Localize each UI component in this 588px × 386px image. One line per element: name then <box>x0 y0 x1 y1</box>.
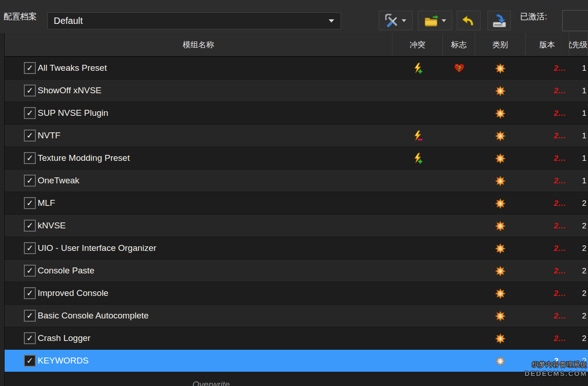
mod-version: 2… <box>526 327 566 350</box>
check-icon: ✓ <box>26 357 33 365</box>
check-icon: ✓ <box>26 244 33 252</box>
mod-name-label: Crash Logger <box>38 327 90 350</box>
mod-enabled-checkbox[interactable]: ✓ <box>24 85 36 96</box>
flag-cell <box>443 79 475 102</box>
profile-label: 配置档案 <box>4 0 37 33</box>
mod-row[interactable]: ✓UIO - User Interface Organizer2…2 <box>5 237 588 260</box>
column-header-conflicts[interactable]: 冲突 <box>392 33 443 56</box>
check-icon: ✓ <box>26 267 33 275</box>
column-header-category[interactable]: 类别 <box>475 33 526 56</box>
undo-button[interactable] <box>457 11 481 30</box>
overwrite-row[interactable]: Overwrite <box>5 373 588 386</box>
mod-version: 2… <box>526 57 566 79</box>
mod-name-label: Texture Modding Preset <box>38 147 130 170</box>
category-cell <box>475 170 526 192</box>
mod-row[interactable]: ✓Improved Console2…2 <box>5 282 588 305</box>
mod-version: 2… <box>526 79 566 102</box>
mod-row[interactable]: ✓KEYWORDS2…2 <box>5 350 588 372</box>
profile-select[interactable]: Default <box>47 12 341 29</box>
mod-name-label: Improved Console <box>38 282 108 305</box>
conflict-cell <box>392 125 443 147</box>
tools-button[interactable] <box>379 11 413 30</box>
mod-row[interactable]: ✓kNVSE2…2 <box>5 215 588 237</box>
mod-row[interactable]: ✓OneTweak2…1 <box>5 170 588 192</box>
update-available-icon <box>495 153 506 164</box>
mod-version: 2… <box>526 282 566 305</box>
mod-row[interactable]: ✓ShowOff xNVSE2…1 <box>5 79 588 102</box>
update-available-icon <box>495 176 506 187</box>
flag-cell <box>443 282 475 305</box>
flag-cell <box>443 215 475 237</box>
mod-version: 2… <box>526 102 566 125</box>
update-available-icon <box>495 85 506 96</box>
category-cell <box>475 350 526 372</box>
mod-enabled-checkbox[interactable]: ✓ <box>24 355 36 367</box>
mod-enabled-checkbox[interactable]: ✓ <box>24 332 36 344</box>
column-header-flags[interactable]: 标志 <box>443 33 475 56</box>
mod-enabled-checkbox[interactable]: ✓ <box>24 242 36 254</box>
mod-enabled-checkbox[interactable]: ✓ <box>24 152 36 164</box>
mod-row[interactable]: ✓Texture Modding Preset2…1 <box>5 147 588 170</box>
conflict-cell <box>392 192 443 215</box>
mod-name-label: Console Paste <box>38 260 95 282</box>
conflict-cell <box>392 170 443 192</box>
open-folder-button[interactable] <box>418 11 452 30</box>
mod-enabled-checkbox[interactable]: ✓ <box>24 197 36 209</box>
conflict-cell <box>392 215 443 237</box>
flag-cell <box>443 305 475 327</box>
mod-priority: 2 <box>582 215 588 237</box>
conflict-overwrite-icon <box>413 62 423 74</box>
category-cell <box>475 79 526 102</box>
undo-arrow-icon <box>461 13 476 28</box>
mod-row[interactable]: ✓NVTF2…1 <box>5 125 588 147</box>
mod-enabled-checkbox[interactable]: ✓ <box>24 287 36 299</box>
mod-enabled-checkbox[interactable]: ✓ <box>24 310 36 322</box>
mod-name-label: MLF <box>38 192 55 215</box>
flag-cell <box>443 125 475 147</box>
mod-version: 2… <box>526 260 566 282</box>
mod-priority: 2 <box>582 260 588 282</box>
category-cell <box>475 147 526 170</box>
mod-enabled-checkbox[interactable]: ✓ <box>24 62 36 74</box>
modlist-header: 模组名称 冲突 标志 类别 版本 优先级 <box>5 33 588 57</box>
flag-cell <box>443 327 475 350</box>
mod-name-label: UIO - User Interface Organizer <box>38 237 157 260</box>
category-cell <box>475 237 526 260</box>
watermark: 织梦内容管理系统 DEDECMS.COM <box>525 360 587 378</box>
mod-priority: 1 <box>582 125 588 147</box>
mod-row[interactable]: ✓All Tweaks Preset?2…1 <box>5 57 588 79</box>
mod-row[interactable]: ✓Crash Logger2…2 <box>5 327 588 350</box>
mod-row[interactable]: ✓SUP NVSE Plugin2…1 <box>5 102 588 125</box>
folder-icon <box>424 14 439 27</box>
category-cell <box>475 102 526 125</box>
install-mod-button[interactable] <box>487 11 511 30</box>
category-cell <box>475 305 526 327</box>
column-header-mod-name[interactable]: 模组名称 <box>5 33 392 56</box>
mod-enabled-checkbox[interactable]: ✓ <box>24 265 36 277</box>
check-icon: ✓ <box>26 154 33 162</box>
update-available-icon <box>495 288 506 299</box>
conflict-overwrite-icon <box>413 153 423 164</box>
check-icon: ✓ <box>26 221 33 230</box>
mod-enabled-checkbox[interactable]: ✓ <box>24 107 36 119</box>
conflict-cell <box>392 57 443 79</box>
watermark-line2: DEDECMS.COM <box>525 369 587 378</box>
category-cell <box>475 282 526 305</box>
update-available-icon <box>495 221 506 232</box>
mod-enabled-checkbox[interactable]: ✓ <box>24 130 36 142</box>
flag-cell <box>443 260 475 282</box>
chevron-down-icon <box>442 19 446 22</box>
mod-enabled-checkbox[interactable]: ✓ <box>24 175 36 187</box>
mod-name-label: SUP NVSE Plugin <box>38 102 108 125</box>
mod-row[interactable]: ✓Console Paste2…2 <box>5 260 588 282</box>
mod-row[interactable]: ✓MLF2…2 <box>5 192 588 215</box>
mod-enabled-checkbox[interactable]: ✓ <box>24 220 36 232</box>
mod-name-label: Basic Console Autocomplete <box>38 305 149 327</box>
column-header-priority[interactable]: 优先级 <box>569 33 588 56</box>
mod-priority: 2 <box>582 327 588 350</box>
mod-row[interactable]: ✓Basic Console Autocomplete2…2 <box>5 305 588 327</box>
update-available-icon <box>495 243 506 254</box>
mod-name-label: KEYWORDS <box>38 350 89 372</box>
column-header-version[interactable]: 版本 <box>526 33 569 56</box>
update-available-icon <box>495 198 506 209</box>
